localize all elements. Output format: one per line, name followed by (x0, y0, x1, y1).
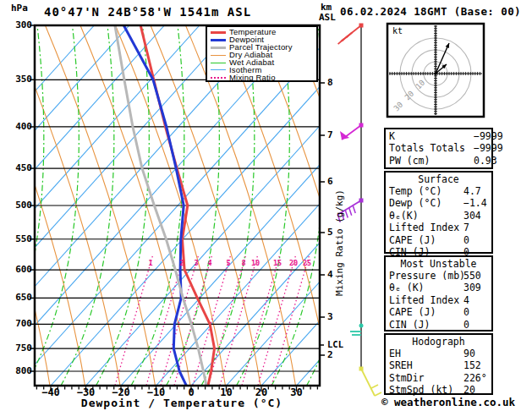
row-label: SREH (389, 359, 413, 371)
pressure-tick-label: 450 (7, 162, 32, 173)
row-label: K (389, 130, 395, 142)
km-tick-label: 4 (327, 269, 333, 280)
parcel-line-swatch (211, 47, 226, 49)
row-value: −1.4 (463, 197, 487, 209)
row-label: StmSpd (kt) (389, 384, 453, 396)
pressure-tick-label: 800 (7, 365, 32, 376)
x-axis-title: Dewpoint / Temperature (°C) (63, 397, 300, 409)
panel-title: Surface (386, 173, 491, 185)
temp-tick-label: −30 (77, 386, 96, 398)
table-row: StmDir226° (386, 372, 491, 384)
temp-tick-label: −10 (147, 386, 166, 398)
row-value: 309 (463, 282, 481, 293)
row-label: Dewp (°C) (389, 197, 442, 209)
table-row: Temp (°C)4.7 (386, 185, 491, 197)
pressure-tick-label: 300 (7, 19, 32, 30)
temp-tick-label: 0 (188, 386, 194, 398)
wind-barb-pennant-downleft (340, 123, 364, 140)
mixing-ratio-value-label: 8 (241, 259, 245, 267)
table-row: PW (cm)0.93 (386, 155, 491, 167)
indices-panel: K−9999 Totals Totals−9999 PW (cm)0.93 (384, 128, 493, 169)
mixing-ratio-line-swatch (211, 77, 226, 79)
row-value: 0 (463, 319, 469, 331)
row-label: CAPE (J) (389, 306, 436, 318)
row-value: 4.7 (463, 185, 481, 197)
mixing-ratio-value-label: 4 (207, 259, 211, 267)
row-label: PW (cm) (389, 155, 430, 167)
table-row: K−9999 (386, 130, 491, 142)
temp-tick-label: −40 (41, 386, 60, 398)
mixing-ratio-value-label: 2 (179, 259, 184, 267)
pressure-axis-unit: hPa (11, 3, 28, 14)
panel-title: Most Unstable (386, 258, 491, 270)
surface-panel: Surface Temp (°C)4.7 Dewp (°C)−1.4 θₑ(K)… (384, 171, 493, 254)
skewt-sounding-page: hPa 40°47'N 24B°58'W 1541m ASL km ASL 06… (0, 0, 532, 411)
pressure-tick-label: 500 (7, 200, 32, 211)
isotherm-line-swatch (211, 69, 226, 70)
row-label: CAPE (J) (389, 234, 436, 246)
table-row: θₑ(K)304 (386, 210, 491, 222)
lcl-label: LCL (327, 339, 343, 349)
row-label: EH (389, 348, 401, 359)
legend-item-wet-adiabat: Wet Adiabat (211, 59, 316, 67)
valid-datetime: 06.02.2024 18GMT (Base: 00) (340, 5, 521, 18)
table-row: StmSpd (kt)20 (386, 384, 491, 396)
wind-barb-two-barbs-downright (359, 367, 382, 397)
km-tick-label: 7 (327, 129, 333, 140)
mixing-ratio-axis-title: Mixing Ratio (g/kg) (334, 189, 345, 296)
mixing-ratio-value-label: 3 (194, 259, 198, 267)
row-value: −9999 (474, 142, 503, 154)
mixing-ratio-value-label: 15 (273, 259, 282, 267)
row-value: 226° (463, 372, 487, 384)
table-row: Lifted Index4 (386, 294, 491, 306)
row-value: 0 (463, 234, 469, 246)
mixing-ratio-value-label: 25 (303, 259, 311, 267)
row-value: 20 (463, 384, 475, 396)
row-value: 4 (463, 294, 469, 306)
row-label: Pressure (mb) (389, 270, 465, 282)
table-row: θₑ (K)309 (386, 282, 491, 293)
row-label: Totals Totals (389, 142, 465, 154)
table-row: CAPE (J)0 (386, 306, 491, 318)
table-row: SREH152 (386, 359, 491, 371)
row-label: StmDir (389, 372, 425, 384)
hodograph-panel: Hodograph EH90 SREH152 StmDir226° StmSpd… (384, 333, 493, 395)
km-tick-label: 6 (327, 176, 333, 187)
table-row: Lifted Index7 (386, 222, 491, 233)
row-label: θₑ(K) (389, 210, 419, 222)
temp-tick-label: −20 (112, 386, 130, 398)
km-tick-label: 3 (327, 311, 333, 322)
altitude-axis-unit-asl: ASL (319, 12, 336, 23)
mixing-ratio-value-label: 5 (226, 259, 230, 267)
row-label: Lifted Index (389, 294, 459, 306)
km-tick-label: 2 (327, 349, 333, 360)
row-value: 7 (463, 222, 469, 233)
table-row: Pressure (mb)550 (386, 270, 491, 282)
table-row: CIN (J)0 (386, 319, 491, 331)
row-value: −9999 (474, 130, 503, 142)
pressure-tick-label: 350 (7, 74, 32, 85)
row-label: Lifted Index (389, 222, 459, 233)
row-label: θₑ (K) (389, 282, 425, 293)
dewpoint-line-swatch (211, 39, 226, 41)
dry-adiabat-line-swatch (211, 55, 226, 56)
mixing-ratio-value-label: 10 (251, 259, 260, 267)
row-label: CIN (J) (389, 319, 430, 331)
legend: Temperature Dewpoint Parcel Trajectory D… (206, 25, 318, 82)
row-value: 152 (463, 359, 481, 371)
row-value: 90 (463, 348, 475, 359)
mixing-ratio-value-label: 1 (148, 259, 152, 267)
km-tick-label: 8 (327, 77, 333, 88)
pressure-tick-label: 550 (7, 233, 32, 244)
table-row: EH90 (386, 348, 491, 359)
row-value: 0.93 (474, 155, 497, 167)
row-label: Temp (°C) (389, 185, 442, 197)
pressure-tick-label: 700 (7, 318, 32, 329)
most-unstable-panel: Most Unstable Pressure (mb)550 θₑ (K)309… (384, 255, 493, 332)
mixing-ratio-value-label: 20 (289, 259, 298, 267)
temp-tick-label: 10 (220, 386, 232, 398)
table-row: Dewp (°C)−1.4 (386, 197, 491, 209)
panel-title: Hodograph (386, 336, 491, 348)
temp-tick-label: 20 (255, 386, 267, 398)
km-tick-label: 5 (327, 227, 333, 238)
